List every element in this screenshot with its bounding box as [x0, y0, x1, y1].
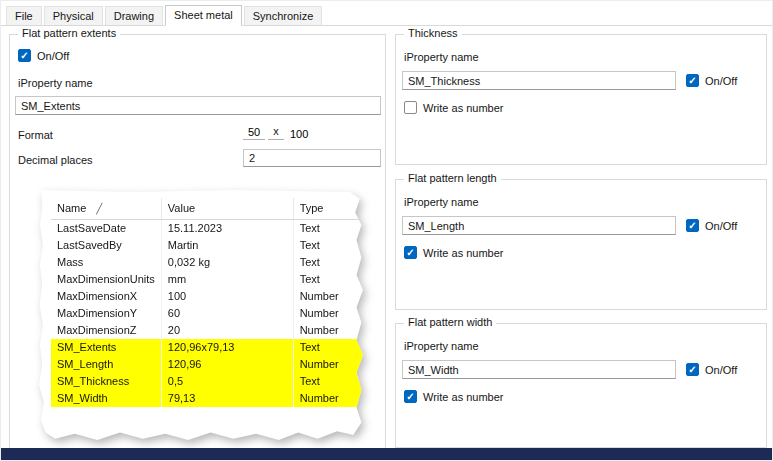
checkbox-label: Write as number	[423, 247, 504, 259]
checkbox-box-icon	[404, 101, 417, 114]
flat-pattern-extents-group: Flat pattern extents On/Off iProperty na…	[9, 34, 386, 449]
tab-synchronize[interactable]: Synchronize	[244, 6, 323, 25]
column-header-name[interactable]: Name╱	[51, 198, 161, 220]
width-iproperty-input[interactable]	[402, 360, 676, 379]
checkbox-box-icon	[404, 246, 417, 259]
tab-sheet-metal[interactable]: Sheet metal	[165, 5, 242, 26]
table-row[interactable]: MaxDimensionX100Number	[51, 288, 363, 305]
checkbox-label: Write as number	[423, 391, 504, 403]
checkbox-box-icon	[686, 219, 699, 232]
table-row[interactable]: SM_Extents120,96x79,13Text	[51, 339, 363, 356]
group-title-flat-pattern-width: Flat pattern width	[404, 316, 496, 328]
decimal-places-input[interactable]	[243, 149, 381, 167]
thickness-iproperty-label: iProperty name	[404, 51, 479, 63]
tab-drawing[interactable]: Drawing	[105, 6, 163, 25]
iproperties-table: Name╱ Value Type LastSaveDate15.11.2023T…	[51, 198, 363, 407]
thickness-write-as-number-checkbox[interactable]: Write as number	[404, 101, 504, 114]
length-write-as-number-checkbox[interactable]: Write as number	[404, 246, 504, 259]
length-iproperty-input[interactable]	[402, 216, 676, 235]
width-write-as-number-checkbox[interactable]: Write as number	[404, 390, 504, 403]
checkbox-label: On/Off	[705, 220, 737, 232]
table-header-row: Name╱ Value Type	[51, 198, 363, 220]
column-header-value[interactable]: Value	[161, 198, 293, 220]
sort-ascending-icon: ╱	[96, 203, 102, 214]
checkbox-box-icon	[686, 363, 699, 376]
checkbox-box-icon	[404, 390, 417, 403]
width-onoff-checkbox[interactable]: On/Off	[686, 363, 737, 376]
checkbox-label: On/Off	[37, 50, 69, 62]
table-row[interactable]: MaxDimensionY60Number	[51, 305, 363, 322]
extents-iproperty-label: iProperty name	[18, 77, 93, 89]
table-row[interactable]: SM_Width79,13Number	[51, 390, 363, 407]
sheet-metal-settings-window: File Physical Drawing Sheet metal Synchr…	[0, 0, 773, 461]
bottom-bar	[1, 448, 772, 460]
width-iproperty-label: iProperty name	[404, 340, 479, 352]
thickness-iproperty-input[interactable]	[402, 71, 676, 90]
table-row[interactable]: MaxDimensionUnitsmmText	[51, 271, 363, 288]
format-height-input[interactable]	[290, 126, 330, 141]
format-label: Format	[18, 129, 53, 141]
group-title-flat-pattern-length: Flat pattern length	[404, 172, 501, 184]
extents-onoff-checkbox[interactable]: On/Off	[18, 49, 69, 62]
flat-pattern-length-group: Flat pattern length iProperty name On/Of…	[395, 179, 767, 310]
table-row[interactable]: MaxDimensionZ20Number	[51, 322, 363, 339]
thickness-onoff-checkbox[interactable]: On/Off	[686, 74, 737, 87]
group-title-thickness: Thickness	[404, 27, 462, 39]
checkbox-label: On/Off	[705, 364, 737, 376]
checkbox-box-icon	[18, 49, 31, 62]
format-separator: x	[268, 125, 284, 140]
properties-table-body: LastSaveDate15.11.2023TextLastSavedByMar…	[51, 220, 363, 407]
tab-bar: File Physical Drawing Sheet metal Synchr…	[1, 4, 772, 26]
iproperties-screenshot: Name╱ Value Type LastSaveDate15.11.2023T…	[39, 190, 363, 440]
group-title-flat-pattern-extents: Flat pattern extents	[18, 27, 120, 39]
thickness-group: Thickness iProperty name On/Off Write as…	[395, 34, 767, 165]
decimal-places-label: Decimal places	[18, 154, 93, 166]
table-row[interactable]: SM_Thickness0,5Text	[51, 373, 363, 390]
flat-pattern-width-group: Flat pattern width iProperty name On/Off…	[395, 323, 767, 448]
checkbox-label: Write as number	[423, 102, 504, 114]
table-row[interactable]: Mass0,032 kgText	[51, 254, 363, 271]
checkbox-label: On/Off	[705, 75, 737, 87]
extents-iproperty-input[interactable]	[15, 96, 381, 115]
torn-paper: Name╱ Value Type LastSaveDate15.11.2023T…	[39, 190, 363, 440]
length-onoff-checkbox[interactable]: On/Off	[686, 219, 737, 232]
table-row[interactable]: LastSavedByMartinText	[51, 237, 363, 254]
table-row[interactable]: SM_Length120,96Number	[51, 356, 363, 373]
table-row[interactable]: LastSaveDate15.11.2023Text	[51, 220, 363, 237]
format-width-input[interactable]	[243, 125, 265, 140]
length-iproperty-label: iProperty name	[404, 196, 479, 208]
checkbox-box-icon	[686, 74, 699, 87]
tab-file[interactable]: File	[6, 6, 42, 25]
tab-physical[interactable]: Physical	[44, 6, 103, 25]
column-header-type[interactable]: Type	[293, 198, 363, 220]
